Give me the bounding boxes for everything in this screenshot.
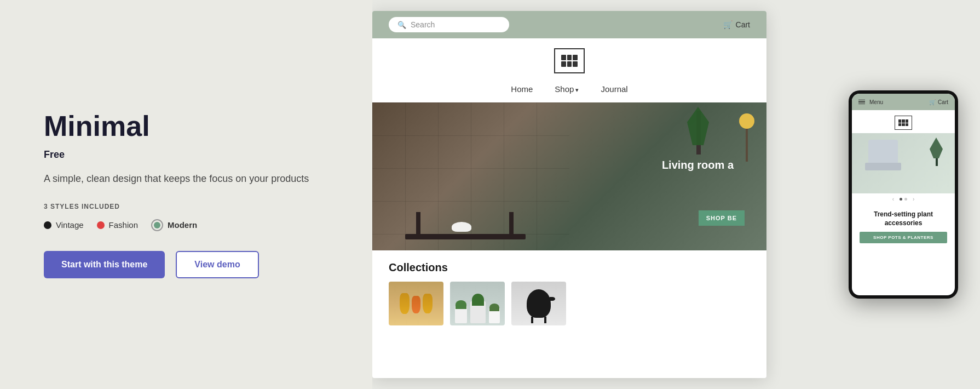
mobile-logo — [895, 116, 912, 130]
collection-pineapples[interactable] — [389, 282, 443, 325]
modern-inner-dot — [154, 222, 160, 228]
collections-grid — [389, 282, 750, 325]
style-option-fashion[interactable]: Fashion — [97, 220, 138, 230]
mobile-menu-group: Menu — [858, 99, 883, 105]
cart-label: Cart — [736, 20, 750, 29]
style-option-vintage[interactable]: Vintage — [44, 220, 84, 230]
pineapple-3 — [423, 294, 433, 313]
fashion-label: Fashion — [109, 220, 138, 230]
search-icon: 🔍 — [397, 21, 406, 29]
mobile-dot-1[interactable] — [900, 198, 902, 201]
nav-home[interactable]: Home — [511, 84, 533, 94]
hero-shop-btn[interactable]: SHOP BE — [699, 210, 745, 226]
hero-table-leg2 — [509, 212, 514, 239]
plant-leaves-1 — [456, 300, 466, 309]
plant-pot-1 — [455, 306, 467, 323]
cart-icon: 🛒 — [723, 20, 733, 29]
mobile-logo-dot — [906, 123, 908, 127]
collections-section: Collections — [372, 250, 766, 325]
right-panel: 🔍 Search 🛒 Cart H — [372, 0, 980, 389]
nav-shop[interactable]: Shop — [555, 84, 579, 94]
logo-dot — [561, 61, 566, 67]
collection-bird[interactable] — [511, 282, 566, 325]
cart-button[interactable]: 🛒 Cart — [723, 20, 750, 29]
menu-line-1 — [858, 100, 865, 101]
bird-beak — [550, 297, 555, 301]
hero-lamp-glow — [739, 113, 754, 129]
search-placeholder-text: Search — [411, 20, 435, 29]
collections-title: Collections — [389, 261, 750, 274]
mobile-logo-dot — [898, 119, 901, 123]
mobile-screen: Menu 🛒 Cart — [852, 94, 955, 295]
modern-label: Modern — [168, 220, 197, 230]
plant-leaves-3 — [489, 304, 499, 311]
logo-dot — [573, 55, 578, 60]
plant-pot-3 — [489, 308, 500, 323]
mobile-plant — [930, 138, 944, 165]
mobile-logo-dot — [898, 123, 901, 127]
mobile-plant-leaves — [930, 138, 943, 158]
action-buttons: Start with this theme View demo — [44, 251, 328, 278]
hero-plant-leaves — [684, 107, 712, 145]
store-logo — [554, 48, 585, 73]
pineapple-2 — [412, 296, 420, 313]
mobile-trend-title: Trend-setting plant accessories — [860, 210, 947, 227]
fashion-dot — [97, 221, 105, 229]
mobile-preview: Menu 🛒 Cart — [849, 90, 958, 299]
bird-leg1 — [531, 317, 533, 323]
hero-section: Living room a SHOP BE ‹ › — [372, 102, 766, 250]
mobile-logo-area — [852, 110, 955, 133]
hero-lamp-pole — [746, 129, 748, 162]
mobile-prev-arrow[interactable]: ‹ — [889, 196, 897, 202]
pineapple-1 — [400, 293, 410, 314]
mobile-cart-label: Cart — [938, 99, 948, 105]
logo-grid — [561, 55, 578, 67]
style-option-modern[interactable]: Modern — [151, 219, 197, 231]
menu-line-3 — [858, 104, 865, 105]
start-theme-button[interactable]: Start with this theme — [44, 251, 165, 278]
theme-price: Free — [44, 149, 328, 161]
bird-leg2 — [544, 317, 546, 323]
theme-description: A simple, clean design that keeps the fo… — [44, 171, 328, 186]
hero-image: Living room a SHOP BE — [372, 102, 766, 250]
mobile-shop-pots-button[interactable]: SHOP POTS & PLANTERS — [860, 232, 947, 243]
logo-dot — [573, 61, 578, 67]
mobile-dot-2[interactable] — [904, 198, 907, 201]
view-demo-button[interactable]: View demo — [176, 251, 258, 278]
collection-plants[interactable] — [450, 282, 505, 325]
mobile-dots-row: ‹ › — [852, 193, 955, 205]
mobile-hero — [852, 133, 955, 193]
logo-dot — [567, 61, 572, 67]
hero-table-leg — [416, 212, 420, 239]
store-nav: Home Shop Journal — [372, 79, 766, 102]
mobile-logo-dot — [902, 123, 904, 127]
vintage-dot — [44, 221, 51, 229]
style-options: Vintage Fashion Modern — [44, 219, 328, 231]
mobile-chair-seat — [865, 163, 901, 170]
mobile-hero-content — [852, 133, 955, 193]
mobile-chair-back — [868, 140, 898, 164]
vintage-label: Vintage — [56, 220, 84, 230]
store-topbar: 🔍 Search 🛒 Cart — [372, 11, 766, 38]
hero-teacup — [452, 222, 471, 232]
hero-table-top — [405, 234, 526, 239]
plant-pot-2 — [470, 301, 486, 323]
mobile-plant-stem — [936, 158, 938, 166]
logo-dot — [561, 55, 566, 60]
bird-body — [527, 289, 551, 318]
logo-dot — [567, 55, 572, 60]
desktop-preview: 🔍 Search 🛒 Cart H — [372, 11, 766, 378]
mobile-cart-group[interactable]: 🛒 Cart — [929, 99, 948, 105]
plant-leaves-2 — [472, 294, 484, 306]
styles-label: 3 STYLES INCLUDED — [44, 203, 328, 210]
mobile-topbar: Menu 🛒 Cart — [852, 94, 955, 110]
store-search-bar[interactable]: 🔍 Search — [389, 17, 509, 32]
mobile-logo-dot — [902, 119, 904, 123]
mobile-menu-icon[interactable] — [858, 100, 865, 105]
theme-title: Minimal — [44, 111, 328, 142]
left-panel: Minimal Free A simple, clean design that… — [0, 0, 372, 389]
mobile-menu-label[interactable]: Menu — [869, 99, 883, 105]
nav-journal[interactable]: Journal — [601, 84, 627, 94]
mobile-cart-icon: 🛒 — [929, 99, 936, 105]
mobile-next-arrow[interactable]: › — [909, 196, 918, 202]
